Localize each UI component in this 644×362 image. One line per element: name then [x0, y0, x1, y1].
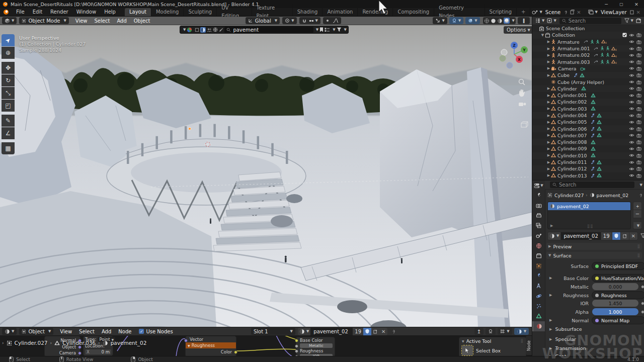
add-workspace-button[interactable]: +	[517, 8, 530, 16]
viewport-menu-object[interactable]: Object	[130, 18, 154, 24]
disable-render-camera-icon[interactable]	[636, 86, 641, 91]
outliner-row-armature[interactable]: ▶Armature3	[532, 39, 644, 45]
perspective-toggle-icon[interactable]	[520, 121, 529, 130]
tridata-badge-icon[interactable]	[591, 100, 596, 105]
panel-header-subsurface[interactable]: ▶Subsurface	[549, 326, 582, 332]
expand-icon[interactable]: ▶	[546, 147, 551, 151]
properties-tab-object[interactable]	[532, 261, 545, 271]
outliner-row-cylinder-010[interactable]: ▶Cylinder.010	[532, 152, 644, 159]
output-socket-icon[interactable]	[78, 351, 82, 355]
properties-tab-material[interactable]	[532, 321, 545, 331]
tool-annotate[interactable]: ✎	[2, 115, 15, 127]
disable-render-camera-icon[interactable]	[636, 107, 641, 111]
display-filter-icon[interactable]	[547, 18, 552, 23]
outliner-row-collection[interactable]: ▼Collection	[532, 32, 644, 38]
preview-panel-header[interactable]: ▶Preview ⣿	[546, 243, 642, 250]
shader-extra-dropdown[interactable]: ▼	[514, 328, 529, 335]
outliner-row-cylinder-003[interactable]: ▶Cylinder.003	[532, 106, 644, 112]
expand-icon[interactable]: ▶	[546, 153, 551, 157]
wrench-badge-icon[interactable]	[591, 166, 595, 171]
field-widget-surface[interactable]: Principled BSDF	[592, 262, 644, 270]
minimize-button[interactable]: ─	[599, 2, 614, 7]
outliner-editor-icon[interactable]	[535, 18, 540, 23]
outliner-row-cylinder-005[interactable]: ▶Cylinder.005	[532, 119, 644, 125]
hide-eye-icon[interactable]	[629, 133, 634, 137]
expand-icon[interactable]: ▶	[546, 140, 551, 144]
man-badge-icon[interactable]	[600, 46, 604, 51]
material-slot-list[interactable]: pavement_02 ▶ ⣿⣿	[547, 202, 631, 229]
tool-rotate[interactable]: ↻	[2, 74, 15, 86]
disable-render-camera-icon[interactable]	[636, 146, 641, 151]
disable-render-camera-icon[interactable]	[636, 140, 641, 144]
hide-eye-icon[interactable]	[629, 107, 634, 111]
disable-render-camera-icon[interactable]	[636, 80, 641, 84]
properties-tab-physics[interactable]	[532, 291, 545, 301]
chevron-down-icon[interactable]: ▼	[183, 28, 186, 32]
viewport-menu-select[interactable]: Select	[91, 18, 114, 24]
disable-render-camera-icon[interactable]	[636, 166, 641, 171]
pin-icon[interactable]	[638, 193, 643, 198]
shader-menu-node[interactable]: Node	[115, 329, 135, 334]
navigation-gizmo[interactable]: Z Y X	[496, 39, 531, 112]
man-badge-icon[interactable]	[606, 46, 610, 51]
pin-icon[interactable]	[391, 329, 396, 334]
chevron-down-icon[interactable]: ▼	[553, 19, 556, 23]
outliner-row-camera[interactable]: ▶Camera	[532, 65, 644, 72]
unlink-material-button[interactable]: ✕	[379, 328, 387, 335]
users-icon[interactable]	[207, 28, 212, 32]
expand-icon[interactable]: ▼	[540, 33, 545, 37]
outliner-row-cube-array-helper-[interactable]: Cube (Array Helper)	[532, 78, 644, 85]
disable-render-camera-icon[interactable]	[636, 160, 641, 164]
hide-eye-icon[interactable]	[629, 66, 634, 70]
fake-user-button[interactable]	[612, 232, 621, 240]
workspace-tab-rendering[interactable]: Rendering	[358, 8, 393, 16]
outliner-row-scene-collection[interactable]: Scene Collection	[532, 25, 644, 32]
properties-tab-output[interactable]	[532, 211, 545, 221]
tridata-badge-icon[interactable]	[591, 146, 596, 151]
slot-list-expand-icon[interactable]: ▶	[550, 224, 553, 228]
shader-type-dropdown[interactable]: Object ▼	[19, 328, 53, 335]
tri3-badge-icon[interactable]: 3	[611, 53, 617, 58]
material-ball-icon[interactable]	[187, 27, 192, 33]
filter-funnel-icon[interactable]	[337, 27, 342, 32]
breadcrumb-object[interactable]: Cylinder.027	[15, 340, 48, 346]
shading-wireframe-icon[interactable]	[484, 18, 490, 24]
wrench-badge-icon[interactable]	[574, 73, 578, 77]
new-material-button[interactable]	[621, 232, 629, 240]
proportional-edit-group[interactable]	[323, 17, 341, 24]
properties-tab-tool[interactable]	[532, 191, 545, 201]
pivot-dropdown[interactable]: ▼	[282, 17, 296, 24]
outliner-row-cylinder-004[interactable]: ▶Cylinder.004	[532, 112, 644, 119]
snap-group[interactable]: ▼	[299, 17, 320, 24]
viewport-menu-view[interactable]: View	[72, 18, 91, 24]
disable-render-camera-icon[interactable]	[636, 127, 641, 131]
outliner-row-armature-001[interactable]: ▶Armature.0013	[532, 45, 644, 52]
field-widget-ior[interactable]: 1.450	[592, 299, 639, 307]
tool-transform[interactable]: ◰	[2, 100, 15, 112]
image-node-header[interactable]: ▼Roughness	[186, 342, 236, 348]
viewlayer-selector[interactable]: ▼ ViewLayer ✕	[587, 9, 642, 16]
tridata-badge-icon[interactable]	[580, 73, 585, 78]
hide-eye-icon[interactable]	[629, 86, 634, 90]
select-box-tool-icon[interactable]	[462, 345, 473, 355]
properties-tab-collection[interactable]	[532, 251, 545, 261]
fake-user-button[interactable]	[363, 328, 371, 335]
close-button[interactable]: ✕	[629, 2, 644, 7]
properties-tab-modifiers[interactable]	[532, 271, 545, 281]
outliner-row-cylinder-012[interactable]: ▶Cylinder.012	[532, 165, 644, 172]
tridata-badge-icon[interactable]	[597, 160, 602, 165]
active-tool-title[interactable]: Active Tool	[466, 338, 492, 344]
outliner-row-cylinder-007[interactable]: ▶Cylinder.007	[532, 132, 644, 139]
properties-tab-object-data[interactable]	[532, 311, 545, 321]
scene-selector[interactable]: ▼ Scene ✕	[530, 9, 582, 16]
search-input[interactable]: pavement	[224, 27, 313, 33]
tool-move[interactable]: ✥	[2, 62, 15, 74]
shader-editor-type-button[interactable]: ▼	[2, 328, 17, 335]
curve-badge-icon[interactable]	[584, 40, 589, 44]
disable-render-camera-icon[interactable]	[636, 46, 641, 51]
workspace-tab-animation[interactable]: Animation	[323, 8, 358, 16]
world-icon[interactable]	[213, 27, 218, 32]
wrench-badge-icon[interactable]	[591, 133, 595, 138]
link-mode-icon[interactable]	[195, 28, 199, 32]
outliner-row-cylinder[interactable]: ▶Cylinder	[532, 85, 644, 92]
